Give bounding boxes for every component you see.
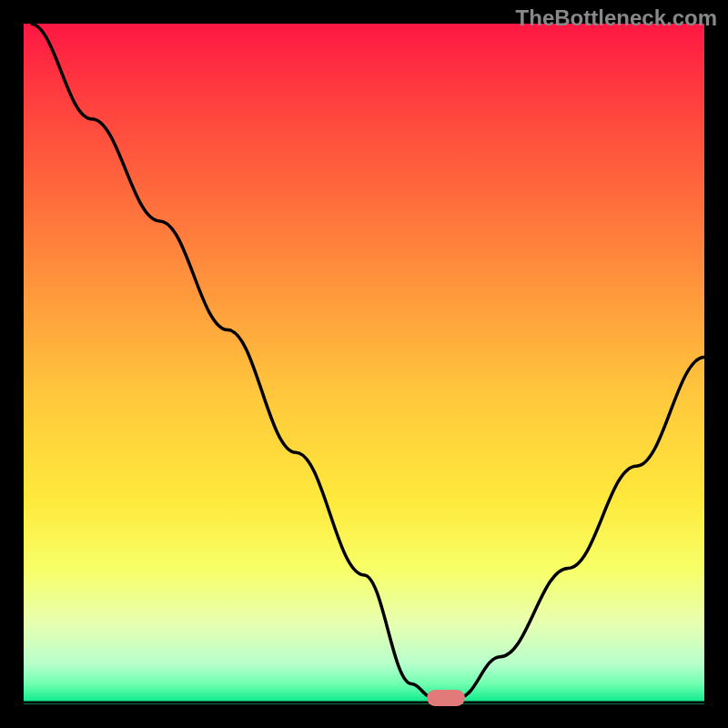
- chart-container: TheBottleneck.com: [0, 0, 728, 728]
- plot-area: [24, 24, 704, 704]
- optimal-marker: [427, 690, 465, 706]
- bottleneck-curve: [24, 24, 704, 704]
- watermark-text: TheBottleneck.com: [516, 5, 717, 31]
